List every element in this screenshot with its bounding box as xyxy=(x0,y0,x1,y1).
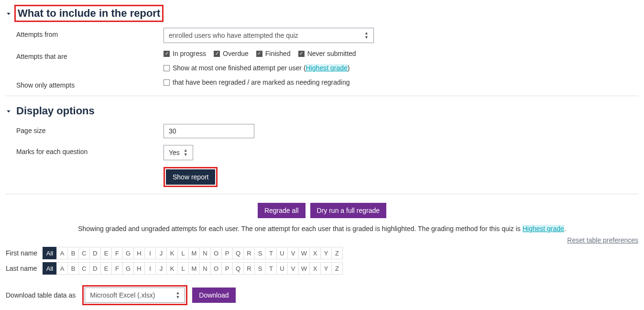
checkbox-label: Never submitted xyxy=(307,50,356,57)
select-caret-icon: ▲▼ xyxy=(175,291,180,299)
label-attempts-from: Attempts from xyxy=(6,28,164,38)
alpha-cell-p[interactable]: P xyxy=(221,247,233,259)
select-marks[interactable]: Yes ▲▼ xyxy=(164,145,193,160)
alpha-cell-b[interactable]: B xyxy=(67,262,79,275)
alpha-cell-b[interactable]: B xyxy=(67,247,79,259)
label-attempts-that-are: Attempts that are xyxy=(6,50,164,60)
label-marks-each-question: Marks for each question xyxy=(6,145,164,155)
chevron-down-icon[interactable] xyxy=(6,11,11,16)
alpha-cell-k[interactable]: K xyxy=(166,247,178,259)
check-icon xyxy=(164,65,170,71)
download-button[interactable]: Download xyxy=(192,288,235,303)
check-icon xyxy=(164,79,170,86)
alpha-cell-y[interactable]: Y xyxy=(320,247,332,259)
select-attempts-from-value: enrolled users who have attempted the qu… xyxy=(169,32,298,39)
alpha-cell-e[interactable]: E xyxy=(100,262,112,275)
alpha-cell-s[interactable]: S xyxy=(254,247,266,259)
divider xyxy=(6,96,638,96)
alpha-cell-z[interactable]: Z xyxy=(331,247,343,259)
alpha-cell-u[interactable]: U xyxy=(276,247,288,259)
alpha-cell-v[interactable]: V xyxy=(287,262,299,275)
alpha-cell-h[interactable]: H xyxy=(133,262,145,275)
alpha-cell-j[interactable]: J xyxy=(155,247,167,259)
checkbox-finished[interactable]: ✓ Finished xyxy=(256,50,291,57)
select-caret-icon: ▲▼ xyxy=(364,31,369,40)
alpha-cell-all[interactable]: All xyxy=(43,262,57,275)
alpha-cell-d[interactable]: D xyxy=(89,262,101,275)
alpha-cell-k[interactable]: K xyxy=(166,262,178,275)
alpha-cell-w[interactable]: W xyxy=(298,247,310,259)
alpha-cell-r[interactable]: R xyxy=(243,247,255,259)
alpha-cell-g[interactable]: G xyxy=(122,247,134,259)
select-caret-icon: ▲▼ xyxy=(184,148,188,157)
checkbox-label: Finished xyxy=(265,50,291,57)
check-icon: ✓ xyxy=(256,51,262,57)
divider xyxy=(6,194,638,194)
last-name-filter: AllABCDEFGHIJKLMNOPQRSTUVWXYZ xyxy=(43,262,343,275)
alpha-cell-y[interactable]: Y xyxy=(320,262,332,275)
alpha-cell-v[interactable]: V xyxy=(287,247,299,259)
alpha-cell-e[interactable]: E xyxy=(100,247,112,259)
alpha-cell-a[interactable]: A xyxy=(56,262,68,275)
link-highest-grade[interactable]: Highest grade xyxy=(306,64,348,72)
alpha-cell-r[interactable]: R xyxy=(243,262,255,275)
info-text: Showing graded and ungraded attempts for… xyxy=(6,225,638,232)
checkbox-at-most-one[interactable]: Show at most one finished attempt per us… xyxy=(164,64,349,72)
chevron-down-icon[interactable] xyxy=(6,108,11,114)
alpha-cell-w[interactable]: W xyxy=(298,262,310,275)
alpha-cell-x[interactable]: X xyxy=(309,262,321,275)
select-download-format[interactable]: Microsoft Excel (.xlsx) ▲▼ xyxy=(85,288,185,303)
input-page-size[interactable]: 30 xyxy=(164,124,254,138)
regrade-all-button[interactable]: Regrade all xyxy=(258,203,306,218)
alpha-cell-f[interactable]: F xyxy=(111,247,123,259)
alpha-cell-u[interactable]: U xyxy=(276,262,288,275)
label-show-only-attempts: Show only attempts xyxy=(6,78,164,89)
alpha-cell-l[interactable]: L xyxy=(177,262,189,275)
select-attempts-from[interactable]: enrolled users who have attempted the qu… xyxy=(164,28,374,43)
alpha-cell-x[interactable]: X xyxy=(309,247,321,259)
link-highest-grade-info[interactable]: Highest grade xyxy=(523,225,564,232)
alpha-cell-m[interactable]: M xyxy=(188,247,200,259)
reset-table-preferences-link[interactable]: Reset table preferences xyxy=(567,236,638,244)
alpha-cell-a[interactable]: A xyxy=(56,247,68,259)
alpha-cell-all[interactable]: All xyxy=(43,247,57,259)
checkbox-in-progress[interactable]: ✓ In progress xyxy=(164,50,206,57)
dry-run-regrade-button[interactable]: Dry run a full regrade xyxy=(310,203,387,218)
alpha-cell-o[interactable]: O xyxy=(210,247,222,259)
alpha-cell-t[interactable]: T xyxy=(265,247,277,259)
label-download-table-data: Download table data as xyxy=(6,291,76,299)
check-icon: ✓ xyxy=(214,51,220,57)
alpha-cell-q[interactable]: Q xyxy=(232,262,244,275)
check-icon: ✓ xyxy=(164,51,170,57)
alpha-cell-i[interactable]: I xyxy=(144,247,156,259)
alpha-cell-n[interactable]: N xyxy=(199,247,211,259)
alpha-cell-q[interactable]: Q xyxy=(232,247,244,259)
alpha-cell-t[interactable]: T xyxy=(265,262,277,275)
alpha-cell-g[interactable]: G xyxy=(122,262,134,275)
alpha-cell-h[interactable]: H xyxy=(133,247,145,259)
highlight-box: Microsoft Excel (.xlsx) ▲▼ xyxy=(82,285,187,305)
alpha-cell-n[interactable]: N xyxy=(199,262,211,275)
alpha-cell-i[interactable]: I xyxy=(144,262,156,275)
checkbox-never-submitted[interactable]: ✓ Never submitted xyxy=(298,50,356,57)
alpha-cell-m[interactable]: M xyxy=(188,262,200,275)
select-download-format-value: Microsoft Excel (.xlsx) xyxy=(90,291,155,299)
alpha-cell-p[interactable]: P xyxy=(221,262,233,275)
alpha-cell-d[interactable]: D xyxy=(89,247,101,259)
alpha-cell-o[interactable]: O xyxy=(210,262,222,275)
show-report-button[interactable]: Show report xyxy=(166,169,215,185)
section-title-include: What to include in the report xyxy=(14,5,164,22)
checkbox-overdue[interactable]: ✓ Overdue xyxy=(214,50,249,57)
checkbox-label: that have been regraded / are marked as … xyxy=(173,78,349,86)
checkbox-label: Overdue xyxy=(223,50,249,57)
alpha-cell-j[interactable]: J xyxy=(155,262,167,275)
alpha-cell-z[interactable]: Z xyxy=(331,262,343,275)
checkbox-regraded[interactable]: that have been regraded / are marked as … xyxy=(164,78,349,86)
alpha-cell-s[interactable]: S xyxy=(254,262,266,275)
label-page-size: Page size xyxy=(6,124,164,134)
label-first-name: First name xyxy=(6,249,40,257)
alpha-cell-f[interactable]: F xyxy=(111,262,123,275)
alpha-cell-l[interactable]: L xyxy=(177,247,189,259)
alpha-cell-c[interactable]: C xyxy=(78,247,90,259)
alpha-cell-c[interactable]: C xyxy=(78,262,90,275)
